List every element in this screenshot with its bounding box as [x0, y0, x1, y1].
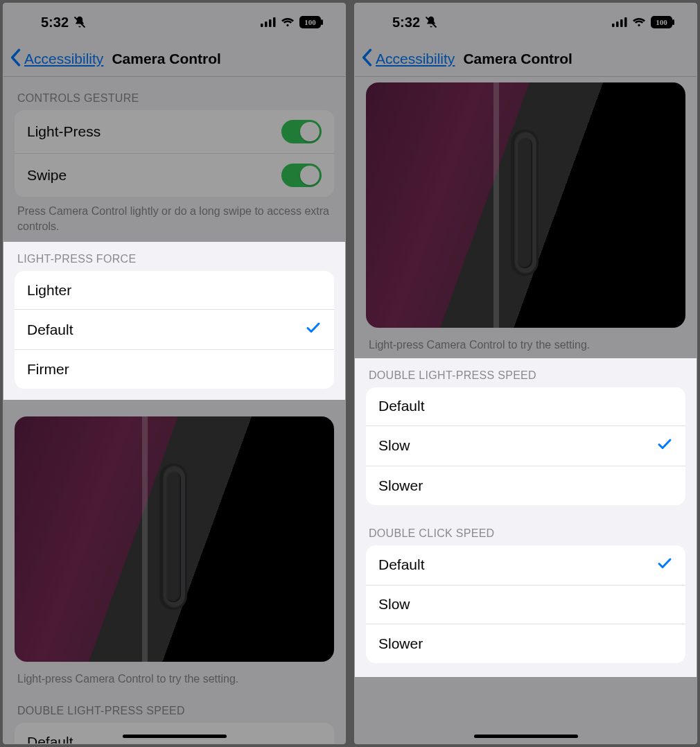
- group-controls-gesture: Light-Press Swipe: [15, 110, 334, 197]
- footer-controls-gesture: Press Camera Control lightly or do a lon…: [3, 197, 345, 236]
- page-title: Camera Control: [463, 51, 572, 67]
- preview-camera-button: [513, 132, 536, 274]
- wifi-icon: [281, 17, 295, 27]
- phone-screenshot-left: 5:32 100 Accessibility Camera Control CO…: [3, 3, 346, 744]
- svg-rect-3: [269, 19, 272, 27]
- back-button[interactable]: Accessibility: [376, 51, 455, 67]
- row-label: Swipe: [27, 167, 67, 184]
- row-label: Light-Press: [27, 123, 100, 140]
- camera-control-preview[interactable]: [366, 82, 685, 328]
- option-default[interactable]: Default: [15, 310, 334, 350]
- option-dc-default[interactable]: Default: [366, 545, 685, 586]
- svg-rect-1: [261, 24, 263, 27]
- nav-bar: Accessibility Camera Control: [355, 41, 697, 77]
- group-light-press-force: Lighter Default Firmer: [15, 271, 334, 389]
- settings-content: CONTROLS GESTURE Light-Press Swipe Press…: [3, 77, 345, 744]
- section-header-double-light-press: DOUBLE LIGHT-PRESS SPEED: [3, 689, 345, 723]
- status-bar: 5:32 100: [3, 3, 345, 41]
- group-double-light-press: Default Slow Slower: [366, 387, 685, 505]
- option-dlp-slower[interactable]: Slower: [366, 466, 685, 505]
- home-indicator[interactable]: [123, 735, 227, 738]
- silent-bell-icon: [424, 15, 438, 29]
- svg-text:100: 100: [304, 18, 316, 26]
- option-lighter[interactable]: Lighter: [15, 271, 334, 310]
- page-title: Camera Control: [112, 51, 221, 67]
- section-header-light-press-force: LIGHT-PRESS FORCE: [3, 242, 345, 271]
- preview-camera-button: [161, 466, 185, 608]
- preview-caption: Light-press Camera Control to try the se…: [3, 662, 345, 689]
- toggle-swipe[interactable]: [281, 164, 322, 187]
- toggle-light-press[interactable]: [281, 120, 322, 143]
- svg-rect-11: [620, 19, 623, 27]
- status-time: 5:32: [392, 15, 420, 30]
- preview-glass-edge: [493, 82, 499, 328]
- home-indicator[interactable]: [474, 735, 578, 738]
- group-double-click: Default Slow Slower: [366, 545, 685, 663]
- battery-icon: 100: [299, 16, 323, 28]
- option-label: Default: [378, 556, 425, 573]
- option-dc-slow[interactable]: Slow: [366, 586, 685, 624]
- nav-bar: Accessibility Camera Control: [3, 41, 345, 77]
- svg-rect-6: [321, 19, 323, 25]
- status-time: 5:32: [41, 15, 69, 30]
- back-button[interactable]: Accessibility: [24, 51, 103, 67]
- back-chevron-icon[interactable]: [360, 49, 373, 69]
- back-chevron-icon[interactable]: [9, 49, 21, 69]
- section-header-double-click: DOUBLE CLICK SPEED: [355, 516, 697, 545]
- settings-content: Light-press Camera Control to try the se…: [355, 82, 697, 698]
- silent-bell-icon: [73, 15, 87, 29]
- option-label: Lighter: [27, 282, 71, 299]
- option-dlp-default[interactable]: Default: [366, 387, 685, 426]
- row-swipe[interactable]: Swipe: [15, 154, 334, 197]
- option-label: Default: [27, 322, 73, 338]
- option-dc-slower[interactable]: Slower: [366, 624, 685, 663]
- svg-rect-4: [273, 17, 276, 27]
- svg-text:100: 100: [656, 18, 667, 26]
- checkmark-icon: [656, 555, 673, 575]
- option-label: Slow: [378, 596, 410, 613]
- phone-screenshot-right: 5:32 100 Accessibility Camera Control: [354, 3, 697, 744]
- svg-rect-14: [672, 19, 674, 25]
- status-bar: 5:32 100: [355, 3, 697, 41]
- option-label: Default: [378, 398, 425, 414]
- section-header-controls-gesture: CONTROLS GESTURE: [3, 77, 345, 110]
- svg-rect-9: [612, 24, 615, 27]
- preview-caption: Light-press Camera Control to try the se…: [355, 328, 697, 355]
- option-label: Firmer: [27, 361, 69, 378]
- wifi-icon: [632, 17, 646, 27]
- cellular-signal-icon: [261, 17, 276, 27]
- option-label: Slower: [378, 635, 423, 652]
- group-double-light-press-peek: Default: [15, 723, 334, 744]
- option-dlp-slow[interactable]: Slow: [366, 426, 685, 466]
- checkmark-icon: [656, 436, 673, 456]
- battery-icon: 100: [651, 16, 674, 28]
- option-label: Slower: [378, 477, 423, 494]
- row-light-press[interactable]: Light-Press: [15, 110, 334, 154]
- svg-rect-10: [616, 21, 619, 27]
- preview-glass-edge: [142, 416, 148, 662]
- camera-control-preview[interactable]: [15, 416, 334, 662]
- option-default-peek[interactable]: Default: [15, 723, 334, 744]
- cellular-signal-icon: [612, 17, 627, 27]
- svg-rect-12: [624, 17, 627, 27]
- svg-rect-2: [265, 21, 268, 27]
- option-label: Slow: [378, 437, 410, 454]
- option-firmer[interactable]: Firmer: [15, 350, 334, 389]
- option-label: Default: [27, 734, 73, 744]
- section-header-double-light-press: DOUBLE LIGHT-PRESS SPEED: [355, 358, 697, 387]
- checkmark-icon: [305, 319, 322, 340]
